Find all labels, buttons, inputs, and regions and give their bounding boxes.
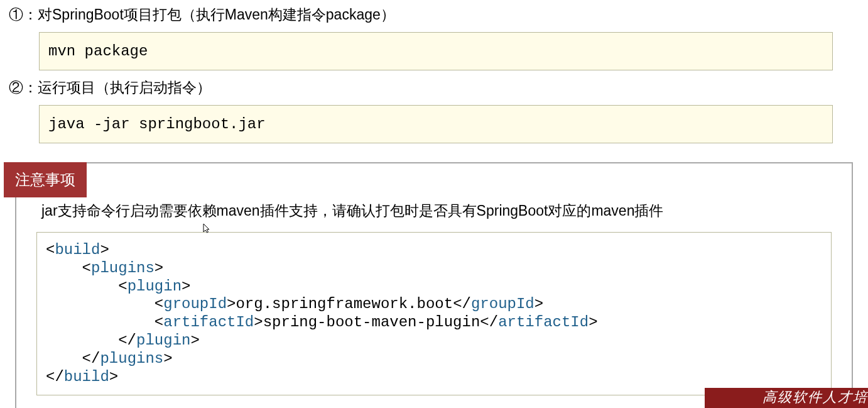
xml-code-block: <build> <plugins> <plugin> <groupId>org.… [36,232,832,395]
xml-pre: <build> <plugins> <plugin> <groupId>org.… [46,241,822,386]
step-1-heading: ①：对SpringBoot项目打包（执行Maven构建指令package） [9,5,863,25]
command-text-2: java -jar springboot.jar [48,116,266,133]
footer-banner-text: 高级软件人才培 [762,388,868,407]
notice-panel: 注意事项 jar支持命令行启动需要依赖maven插件支持，请确认打包时是否具有S… [15,162,853,408]
command-box-1: mvn package [39,32,833,70]
command-text-1: mvn package [48,43,148,60]
footer-banner: 高级软件人才培 [705,388,868,408]
cursor-icon [202,223,212,236]
step-2-heading: ②：运行项目（执行启动指令） [9,78,863,97]
command-box-2: java -jar springboot.jar [39,105,833,143]
notice-description: jar支持命令行启动需要依赖maven插件支持，请确认打包时是否具有Spring… [41,201,832,221]
notice-badge: 注意事项 [4,162,87,197]
